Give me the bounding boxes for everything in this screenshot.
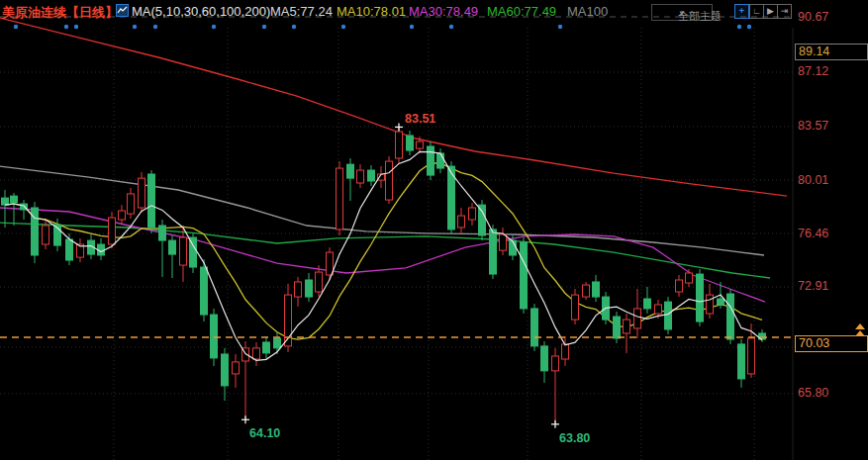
candle[interactable] — [727, 294, 734, 339]
event-dot-icon[interactable] — [558, 25, 562, 29]
pane-axis-icon[interactable]: ∟ — [749, 4, 764, 19]
candle[interactable] — [644, 299, 651, 309]
event-dot-icon[interactable] — [64, 25, 68, 29]
candle[interactable] — [417, 141, 424, 148]
candle[interactable] — [233, 362, 240, 374]
event-dot-icon[interactable] — [153, 25, 157, 29]
pane-play-icon[interactable]: ▶ — [763, 4, 778, 19]
candle[interactable] — [676, 280, 683, 292]
candle[interactable] — [458, 216, 465, 228]
candle[interactable] — [748, 338, 755, 374]
candle[interactable] — [738, 344, 745, 379]
candle[interactable] — [180, 237, 187, 265]
candle[interactable] — [169, 240, 176, 254]
candle[interactable] — [347, 164, 354, 178]
ma30-value: MA30:78.49 — [409, 4, 478, 19]
candle[interactable] — [263, 342, 270, 353]
event-dot-icon[interactable] — [341, 25, 345, 29]
candle[interactable] — [43, 226, 49, 244]
candle[interactable] — [521, 242, 528, 309]
candle[interactable] — [306, 280, 313, 297]
ma60-value: MA60:77.49 — [487, 4, 556, 19]
ma100-label: MA100 — [567, 4, 608, 19]
ma-lines-layer — [0, 18, 787, 339]
event-dot-icon[interactable] — [133, 25, 137, 29]
ma5-value: MA5:77.24 — [270, 4, 333, 19]
candle[interactable] — [337, 168, 343, 230]
candle[interactable] — [396, 132, 403, 158]
event-dot-icon[interactable] — [449, 25, 453, 29]
candle[interactable] — [665, 302, 672, 329]
candle[interactable] — [148, 174, 155, 228]
instrument-title: 美原油连续【日线】 — [2, 4, 118, 22]
candle[interactable] — [500, 234, 507, 250]
event-dot-icon[interactable] — [410, 25, 414, 29]
candle[interactable] — [428, 146, 434, 175]
ma-params-label: MA(5,10,30,60,100,200) — [132, 4, 270, 19]
candle[interactable] — [479, 205, 486, 235]
candle[interactable] — [552, 356, 559, 371]
candle[interactable] — [718, 299, 724, 305]
event-dot-icon[interactable] — [292, 25, 296, 29]
theme-dropdown[interactable]: 全部主题 ▼ — [651, 4, 713, 21]
candle[interactable] — [655, 305, 662, 314]
candles-layer — [2, 127, 766, 423]
high-price-label: 83.51 — [405, 112, 435, 126]
candle[interactable] — [316, 272, 323, 292]
candle[interactable] — [510, 240, 517, 255]
candle[interactable] — [222, 354, 229, 386]
candle[interactable] — [66, 239, 73, 260]
candle[interactable] — [531, 309, 538, 346]
candle[interactable] — [572, 295, 579, 320]
candle[interactable] — [624, 320, 630, 333]
theme-dropdown-label: 全部主题 — [678, 9, 722, 24]
candlestick-chart[interactable]: 83.5164.1063.80 — [0, 0, 868, 460]
candle[interactable] — [368, 170, 375, 181]
chart-header: 美原油连续【日线】 MA(5,10,30,60,100,200) MA5:77.… — [0, 0, 868, 24]
candle[interactable] — [490, 230, 497, 274]
low-price-label: 64.10 — [249, 426, 280, 440]
candle[interactable] — [201, 267, 208, 315]
candle[interactable] — [11, 196, 18, 203]
scroll-latest-arrow-icon[interactable] — [855, 323, 865, 329]
event-dot-icon[interactable] — [262, 25, 266, 29]
layout-grid-icon[interactable]: + — [734, 4, 749, 19]
candle[interactable] — [109, 218, 116, 244]
event-dots-layer — [14, 25, 751, 29]
candle[interactable] — [562, 344, 569, 359]
candle[interactable] — [128, 194, 135, 214]
ma10-value: MA10:78.01 — [337, 4, 406, 19]
candle[interactable] — [253, 348, 260, 359]
event-dot-icon[interactable] — [737, 25, 741, 29]
trading-terminal: 83.5164.1063.80 美原油连续【日线】 MA(5,10,30,60,… — [0, 0, 868, 460]
candle[interactable] — [211, 315, 218, 358]
candle[interactable] — [614, 317, 621, 338]
candle[interactable] — [686, 273, 693, 283]
candle[interactable] — [119, 211, 126, 220]
candle[interactable] — [707, 295, 714, 314]
mini-chart-icon — [116, 4, 129, 17]
ma5-line-layer — [5, 151, 762, 360]
event-dot-icon[interactable] — [14, 25, 18, 29]
event-dot-icon[interactable] — [747, 25, 751, 29]
candle[interactable] — [593, 282, 600, 297]
candle[interactable] — [386, 161, 393, 200]
candle[interactable] — [139, 178, 145, 208]
event-dot-icon[interactable] — [212, 25, 216, 29]
candle[interactable] — [469, 208, 476, 220]
candle[interactable] — [437, 153, 444, 168]
candle[interactable] — [541, 346, 548, 371]
candle[interactable] — [634, 309, 641, 328]
event-dot-icon[interactable] — [74, 25, 78, 29]
candle[interactable] — [407, 136, 414, 150]
candle[interactable] — [295, 282, 302, 297]
candle[interactable] — [583, 285, 590, 297]
candle[interactable] — [274, 338, 281, 348]
pane-export-icon[interactable]: ⇥ — [777, 4, 792, 19]
candle[interactable] — [327, 252, 334, 275]
candle[interactable] — [697, 274, 704, 322]
low-price-label: 63.80 — [559, 431, 590, 445]
candle[interactable] — [2, 198, 9, 205]
candle[interactable] — [159, 226, 166, 240]
candle[interactable] — [357, 170, 364, 183]
